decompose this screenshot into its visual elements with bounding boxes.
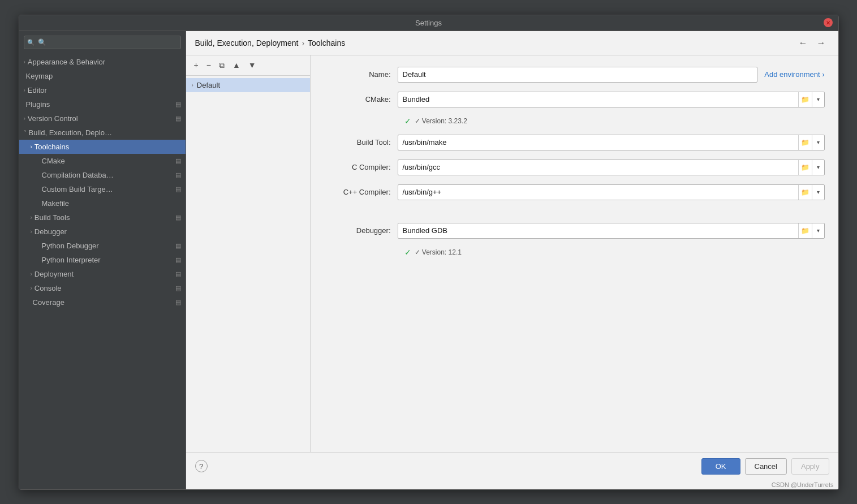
back-button[interactable]: ← [795, 37, 811, 49]
sidebar-item-python-interpreter[interactable]: Python Interpreter▤ [19, 253, 186, 267]
c-compiler-browse-button[interactable]: 📁 [798, 160, 812, 175]
add-environment-button[interactable]: Add environment › [764, 70, 824, 79]
sidebar-item-label: Coverage [33, 298, 175, 307]
ok-button[interactable]: OK [701, 458, 740, 475]
sidebar-item-label: Compilation Databa… [42, 171, 175, 179]
breadcrumb-bar: Build, Execution, Deployment › Toolchain… [186, 31, 838, 55]
cpp-compiler-label: C++ Compiler: [324, 188, 398, 196]
arrow-icon: › [31, 229, 32, 235]
sidebar-item-editor[interactable]: ›Editor [19, 83, 186, 97]
sidebar-item-version-control[interactable]: ›Version Control▤ [19, 111, 186, 126]
badge-icon: ▤ [175, 285, 181, 292]
c-compiler-row: C Compiler: /usr/bin/gcc 📁 ▾ [324, 160, 825, 175]
sidebar-item-coverage[interactable]: Coverage▤ [19, 295, 186, 309]
name-input[interactable] [398, 67, 758, 83]
sidebar-item-label: Appearance & Behavior [28, 58, 181, 66]
arrow-icon: › [24, 59, 25, 65]
sidebar-item-makefile[interactable]: Makefile [19, 196, 186, 210]
sidebar-item-label: Python Debugger [42, 242, 175, 250]
remove-button[interactable]: − [203, 59, 214, 71]
close-button[interactable]: ✕ [824, 18, 833, 27]
forward-button[interactable]: → [813, 37, 829, 49]
cpp-compiler-select[interactable]: /usr/bin/g++ 📁 ▾ [398, 184, 825, 200]
cmake-browse-button[interactable]: 📁 [798, 92, 812, 107]
apply-button[interactable]: Apply [791, 458, 829, 475]
settings-dialog: Settings ✕ 🔍 ›Appearance & Behavior Keym… [19, 15, 839, 490]
build-tool-select[interactable]: /usr/bin/make 📁 ▾ [398, 135, 825, 150]
list-item[interactable]: ›Default [186, 78, 310, 92]
cmake-version-row: ✓ ✓ Version: 3.23.2 [324, 117, 825, 126]
sidebar-item-label: Debugger [35, 227, 181, 236]
badge-icon: ▤ [175, 171, 181, 179]
move-down-button[interactable]: ▼ [245, 59, 260, 71]
sidebar-item-build-exec-deploy[interactable]: ˅Build, Execution, Deplo… [19, 126, 186, 140]
cpp-compiler-browse-button[interactable]: 📁 [798, 185, 812, 200]
sidebar-tree: ›Appearance & Behavior Keymap›Editor Plu… [19, 54, 186, 489]
sidebar-item-label: Build, Execution, Deplo… [29, 128, 181, 137]
title-bar: Settings ✕ [19, 15, 838, 31]
sidebar-item-console[interactable]: ›Console▤ [19, 281, 186, 295]
cpp-compiler-control-wrap: /usr/bin/g++ 📁 ▾ [398, 184, 825, 200]
dialog-content: 🔍 ›Appearance & Behavior Keymap›Editor P… [19, 31, 838, 489]
sidebar-item-build-tools[interactable]: ›Build Tools▤ [19, 210, 186, 225]
badge-icon: ▤ [175, 186, 181, 193]
name-row: Name: Add environment › [324, 67, 825, 83]
search-input[interactable] [24, 36, 181, 49]
add-button[interactable]: + [191, 59, 202, 71]
sidebar-item-deployment[interactable]: ›Deployment▤ [19, 267, 186, 281]
sidebar-item-cmake[interactable]: CMake▤ [19, 154, 186, 168]
cancel-button[interactable]: Cancel [745, 458, 787, 475]
sidebar-item-label: Version Control [28, 114, 175, 123]
cpp-compiler-dropdown-button[interactable]: ▾ [812, 185, 824, 200]
sidebar-item-keymap[interactable]: Keymap [19, 69, 186, 83]
sidebar-item-label: Deployment [35, 270, 175, 278]
cmake-label: CMake: [324, 95, 398, 104]
sidebar-item-appearance[interactable]: ›Appearance & Behavior [19, 55, 186, 69]
sidebar-item-compilation-db[interactable]: Compilation Databa…▤ [19, 168, 186, 182]
arrow-icon: › [31, 144, 32, 150]
c-compiler-dropdown-button[interactable]: ▾ [812, 160, 824, 175]
sidebar-item-label: Plugins [26, 100, 175, 109]
sidebar-item-label: Makefile [42, 199, 181, 208]
debugger-version-text: ✓ Version: 12.1 [415, 248, 462, 256]
spacer [324, 209, 825, 223]
debugger-select[interactable]: Bundled GDB 📁 ▾ [398, 223, 825, 239]
c-compiler-select[interactable]: /usr/bin/gcc 📁 ▾ [398, 160, 825, 175]
debugger-dropdown-button[interactable]: ▾ [812, 223, 824, 238]
form-panel: Name: Add environment › CMake: Bundled [311, 55, 838, 452]
move-up-button[interactable]: ▲ [229, 59, 244, 71]
debugger-browse-button[interactable]: 📁 [798, 223, 812, 238]
arrow-icon: › [31, 271, 32, 277]
arrow-icon: › [24, 115, 25, 122]
sidebar-item-label: CMake [42, 157, 175, 165]
sidebar-item-python-debugger[interactable]: Python Debugger▤ [19, 239, 186, 253]
badge-icon: ▤ [175, 115, 181, 122]
cmake-dropdown-button[interactable]: ▾ [812, 92, 824, 107]
c-compiler-value: /usr/bin/gcc [398, 160, 798, 175]
arrow-icon: ˅ [24, 130, 27, 136]
breadcrumb-parent: Build, Execution, Deployment [195, 38, 299, 48]
badge-icon: ▤ [175, 256, 181, 264]
help-button[interactable]: ? [195, 460, 208, 472]
dialog-title: Settings [415, 19, 442, 27]
sidebar-item-label: Console [35, 284, 175, 292]
c-compiler-label: C Compiler: [324, 163, 398, 171]
build-tool-row: Build Tool: /usr/bin/make 📁 ▾ [324, 135, 825, 150]
sidebar-item-custom-build[interactable]: Custom Build Targe…▤ [19, 182, 186, 196]
sidebar-item-plugins[interactable]: Plugins▤ [19, 97, 186, 111]
cmake-row: CMake: Bundled 📁 ▾ [324, 92, 825, 107]
build-tool-dropdown-button[interactable]: ▾ [812, 135, 824, 150]
sidebar-item-toolchains[interactable]: ›Toolchains [19, 140, 186, 154]
list-entry-label: Default [197, 81, 220, 89]
debugger-label: Debugger: [324, 226, 398, 235]
sidebar-item-label: Editor [28, 86, 181, 94]
cmake-select[interactable]: Bundled 📁 ▾ [398, 92, 825, 107]
sidebar-item-label: Build Tools [35, 213, 175, 222]
main-panel: Build, Execution, Deployment › Toolchain… [186, 31, 838, 489]
arrow-icon: › [24, 87, 25, 93]
copy-button[interactable]: ⧉ [216, 59, 228, 72]
cpp-compiler-row: C++ Compiler: /usr/bin/g++ 📁 ▾ [324, 184, 825, 200]
build-tool-browse-button[interactable]: 📁 [798, 135, 812, 150]
badge-icon: ▤ [175, 101, 181, 108]
sidebar-item-debugger[interactable]: ›Debugger [19, 225, 186, 239]
